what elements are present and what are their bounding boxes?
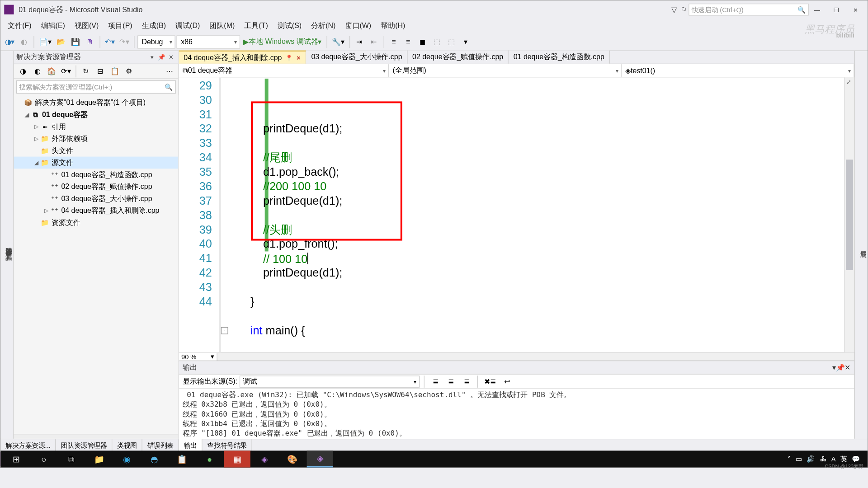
minimize-button[interactable]: — xyxy=(809,4,826,16)
menu-item[interactable]: 生成(B) xyxy=(137,19,170,33)
filter-icon[interactable]: ▽ xyxy=(670,5,679,14)
undo-button[interactable]: ↶▾ xyxy=(103,35,116,48)
editor-tab[interactable]: 02 deque容器_赋值操作.cpp xyxy=(407,51,509,64)
app-icon-1[interactable]: ◉ xyxy=(113,450,140,467)
zoom-select[interactable]: 90 %▾ xyxy=(179,353,217,361)
overflow-icon[interactable]: ⋯ xyxy=(163,65,176,78)
taskview-button[interactable]: ⧉ xyxy=(58,450,85,467)
sol-back-icon[interactable]: ◑ xyxy=(16,65,29,78)
editor-tab[interactable]: 04 deque容器_插入和删除.cpp 📍✕ xyxy=(179,51,307,64)
bottab-output[interactable]: 输出 xyxy=(179,439,203,452)
properties-icon[interactable]: ⚙ xyxy=(123,65,136,78)
editor-tab[interactable]: 03 deque容器_大小操作.cpp xyxy=(307,51,408,64)
menu-item[interactable]: 帮助(H) xyxy=(376,19,410,33)
cortana-button[interactable]: ○ xyxy=(31,450,57,467)
tray-b-icon[interactable]: 英 xyxy=(840,455,847,464)
menu-item[interactable]: 调试(D) xyxy=(171,19,205,33)
menu-item[interactable]: 视图(V) xyxy=(70,19,103,33)
vs-running-icon[interactable]: ◈ xyxy=(307,450,333,467)
out-btn-3[interactable]: ≣ xyxy=(460,375,473,388)
step-icon[interactable]: ⇥ xyxy=(353,35,366,48)
resources-node[interactable]: 📁资源文件 xyxy=(14,216,179,229)
output-source-select[interactable]: 调试 xyxy=(240,375,420,388)
horizontal-scrollbar[interactable] xyxy=(217,353,854,361)
collapse-icon[interactable]: - xyxy=(221,327,228,334)
sync-icon[interactable]: ⟳▾ xyxy=(59,65,72,78)
code-editor[interactable]: 29303132333435363738394041424344 printDe… xyxy=(179,77,854,352)
left-dock[interactable]: 服务器资源管理器 工具箱 xyxy=(0,51,14,439)
tray-screen-icon[interactable]: ▭ xyxy=(796,455,802,463)
out-btn-2[interactable]: ≣ xyxy=(444,375,458,388)
collapse-all-icon[interactable]: ⊟ xyxy=(94,65,107,78)
menu-item[interactable]: 编辑(E) xyxy=(36,19,70,33)
save-button[interactable]: 💾 xyxy=(69,35,82,48)
menu-item[interactable]: 工具(T) xyxy=(240,19,273,33)
tray-net-icon[interactable]: 🖧 xyxy=(820,455,827,463)
clear-icon[interactable]: ✖≣ xyxy=(482,375,498,388)
editor-tab[interactable]: 01 deque容器_构造函数.cpp xyxy=(509,51,610,64)
nav-member-select[interactable]: ◈ test01() xyxy=(622,64,854,77)
back-button[interactable]: ◑▾ xyxy=(3,35,16,48)
indent-icon[interactable]: ≡ xyxy=(387,35,400,48)
external-node[interactable]: ▷📁外部依赖项 xyxy=(14,132,179,145)
system-tray[interactable]: ˄ ▭ 🔊 🖧 A 英 💬 xyxy=(788,455,865,464)
showall-icon[interactable]: 📋 xyxy=(108,65,121,78)
bottab-errors[interactable]: 错误列表 xyxy=(142,439,179,452)
solution-node[interactable]: 📦解决方案"01 deque容器"(1 个项目) xyxy=(14,97,179,109)
more-icon[interactable]: ▾ xyxy=(459,35,472,48)
tray-a-icon[interactable]: A xyxy=(831,455,836,463)
source-file[interactable]: ⁺⁺01 deque容器_构造函数.cpp xyxy=(14,169,179,181)
panel-close-icon[interactable]: ✕ xyxy=(166,54,176,61)
code-area[interactable]: printDeque(d1); //尾删 d1.pop_back(); //20… xyxy=(221,77,844,352)
right-dock[interactable]: 属性 xyxy=(854,51,868,439)
bottab-solexp[interactable]: 解决方案资源... xyxy=(0,439,56,452)
menu-item[interactable]: 团队(M) xyxy=(205,19,240,33)
panel-dropdown-icon[interactable]: ▾ xyxy=(147,54,156,61)
tray-up-icon[interactable]: ˄ xyxy=(788,455,791,463)
app-icon-2[interactable]: ◓ xyxy=(141,450,167,467)
bottab-class[interactable]: 类视图 xyxy=(113,439,142,452)
references-node[interactable]: ▷▪▫引用 xyxy=(14,121,179,133)
menu-item[interactable]: 项目(P) xyxy=(104,19,137,33)
quick-launch-input[interactable]: 快速启动 (Ctrl+Q) 🔍 xyxy=(689,4,809,16)
notify-icon[interactable]: ⚐ xyxy=(679,5,689,14)
restore-button[interactable]: ❐ xyxy=(828,4,844,16)
panel-dropdown-icon[interactable]: ▾ xyxy=(832,363,836,372)
tray-sound-icon[interactable]: 🔊 xyxy=(807,455,815,463)
source-file[interactable]: ▷⁺⁺04 deque容器_插入和删除.cpp xyxy=(14,205,179,217)
nav-func-select[interactable]: (全局范围) xyxy=(389,64,622,77)
pin-icon[interactable]: 📍 xyxy=(285,54,292,61)
source-file[interactable]: ⁺⁺03 deque容器_大小操作.cpp xyxy=(14,192,179,205)
refresh-icon[interactable]: ↻ xyxy=(79,65,92,78)
project-node[interactable]: ◢⧉01 deque容器 xyxy=(14,108,179,121)
pin-icon[interactable]: 📌 xyxy=(157,54,166,61)
tab-close-icon[interactable]: ✕ xyxy=(296,54,301,61)
comment-icon[interactable]: ⬚ xyxy=(430,35,443,48)
outdent-icon[interactable]: ≡ xyxy=(401,35,415,48)
menu-item[interactable]: 测试(S) xyxy=(273,19,306,33)
redo-button[interactable]: ↷▾ xyxy=(118,35,131,48)
saveall-button[interactable]: 🗎 xyxy=(84,35,97,48)
app-icon-4[interactable]: ● xyxy=(196,450,222,467)
tray-notif-icon[interactable]: 💬 xyxy=(852,455,860,463)
vertical-scrollbar[interactable]: ⤢ xyxy=(844,77,854,352)
new-button[interactable]: 📄▾ xyxy=(37,35,53,48)
open-button[interactable]: 📂 xyxy=(55,35,68,48)
home-icon[interactable]: 🏠 xyxy=(45,65,58,78)
menu-item[interactable]: 分析(N) xyxy=(307,19,340,33)
app-icon-3[interactable]: 📋 xyxy=(169,450,195,467)
platform-select[interactable]: x86 xyxy=(177,35,241,48)
start-debug-button[interactable]: ▶ 本地 Windows 调试器 ▾ xyxy=(241,35,323,48)
scrollbar-h[interactable] xyxy=(14,434,179,439)
menu-item[interactable]: 文件(F) xyxy=(3,19,36,33)
pin-icon[interactable]: 📌 xyxy=(836,363,845,372)
bookmark-icon[interactable]: ◼ xyxy=(416,35,429,48)
paint-icon[interactable]: 🎨 xyxy=(279,450,306,467)
wrap-icon[interactable]: ↩ xyxy=(500,375,514,388)
forward-button[interactable]: ◐ xyxy=(18,35,31,48)
app-icon-5[interactable]: ▦ xyxy=(224,450,250,467)
explorer-icon[interactable]: 📁 xyxy=(86,450,112,467)
headers-node[interactable]: 📁头文件 xyxy=(14,145,179,157)
bottab-team[interactable]: 团队资源管理器 xyxy=(56,439,113,452)
bottab-find[interactable]: 查找符号结果 xyxy=(203,439,252,452)
